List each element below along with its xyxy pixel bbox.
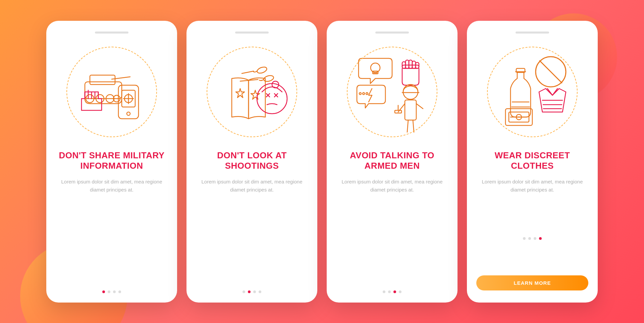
dot [388, 290, 391, 293]
dot [534, 237, 536, 240]
dot [523, 237, 526, 240]
card-2-title: DON'T LOOK AT SHOOTINGS [196, 150, 308, 171]
illustration-area-4 [482, 42, 583, 142]
dashed-circle [207, 47, 297, 137]
illustration-area-1 [61, 42, 162, 142]
card-4-body: Lorem ipsum dolor sit dim amet, mea regi… [476, 178, 588, 194]
dashed-circle [66, 47, 157, 137]
dot [528, 237, 531, 240]
dot-active [248, 290, 251, 293]
card-3-dots [383, 282, 401, 293]
card-military-info: DON'T SHARE MILITARY INFORMATION Lorem i… [46, 21, 177, 303]
dot [399, 290, 401, 293]
dashed-circle [347, 47, 437, 137]
card-3-body: Lorem ipsum dolor sit dim amet, mea regi… [336, 178, 448, 194]
card-3-title: AVOID TALKING TO ARMED MEN [336, 150, 448, 171]
dot [108, 290, 110, 293]
card-notch [375, 32, 409, 34]
illustration-area-2 [202, 42, 302, 142]
illustration-area-3 [342, 42, 442, 142]
card-notch [516, 32, 549, 34]
dot [113, 290, 116, 293]
card-notch [235, 32, 269, 34]
card-4-title: WEAR DISCREET CLOTHES [476, 150, 588, 171]
card-armed-men: AVOID TALKING TO ARMED MEN Lorem ipsum d… [327, 21, 458, 303]
cards-container: DON'T SHARE MILITARY INFORMATION Lorem i… [46, 21, 598, 303]
dot [118, 290, 121, 293]
card-1-body: Lorem ipsum dolor sit dim amet, mea regi… [56, 178, 168, 194]
dot-active [102, 290, 105, 293]
card-shootings: DON'T LOOK AT SHOOTINGS Lorem ipsum dolo… [186, 21, 317, 303]
card-notch [95, 32, 128, 34]
dot [253, 290, 256, 293]
card-1-dots [102, 282, 121, 293]
card-discreet-clothes: WEAR DISCREET CLOTHES Lorem ipsum dolor … [467, 21, 598, 303]
dot [243, 290, 245, 293]
learn-more-button[interactable]: LEARN MORE [476, 275, 588, 290]
card-2-dots [243, 282, 261, 293]
card-4-dots [523, 229, 542, 240]
card-1-title: DON'T SHARE MILITARY INFORMATION [56, 150, 168, 171]
dot [383, 290, 385, 293]
dashed-circle [487, 47, 578, 137]
card-2-body: Lorem ipsum dolor sit dim amet, mea regi… [196, 178, 308, 194]
dot [259, 290, 261, 293]
dot-active [539, 237, 542, 240]
dot-active [393, 290, 396, 293]
